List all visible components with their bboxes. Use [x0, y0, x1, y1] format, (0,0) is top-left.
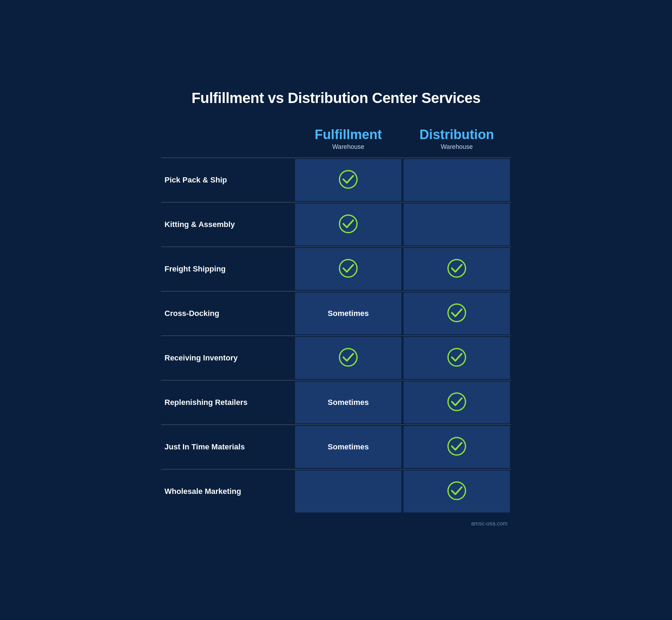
check-icon	[338, 259, 358, 280]
table-row: Kitting & Assembly	[161, 202, 511, 247]
row-label: Cross-Docking	[161, 291, 294, 336]
check-icon	[338, 347, 358, 368]
table-row: Pick Pack & Ship	[161, 158, 511, 202]
main-container: Fulfillment vs Distribution Center Servi…	[140, 72, 532, 548]
table-row: Replenishing RetailersSometimes	[161, 380, 511, 425]
fulfillment-cell	[295, 337, 401, 379]
page-title: Fulfillment vs Distribution Center Servi…	[161, 90, 511, 106]
row-label: Kitting & Assembly	[161, 202, 294, 247]
distribution-cell	[404, 204, 510, 246]
distribution-col-title: Distribution	[410, 128, 504, 142]
distribution-col-subtitle: Warehouse	[410, 143, 504, 151]
fulfillment-cell: Sometimes	[295, 381, 401, 423]
svg-point-7	[448, 393, 465, 411]
table-header: Fulfillment Warehouse Distribution Wareh…	[161, 124, 511, 158]
distribution-cell	[404, 381, 510, 423]
table-row: Freight Shipping	[161, 247, 511, 291]
table-row: Just In Time MaterialsSometimes	[161, 425, 511, 469]
comparison-table: Fulfillment Warehouse Distribution Wareh…	[161, 124, 511, 514]
distribution-cell	[404, 337, 510, 379]
distribution-cell	[404, 426, 510, 468]
check-icon	[338, 170, 358, 191]
table-body: Pick Pack & ShipKitting & AssemblyFreigh…	[161, 158, 511, 514]
svg-point-5	[340, 349, 357, 366]
fulfillment-cell	[295, 470, 401, 512]
sometimes-label: Sometimes	[328, 398, 369, 407]
svg-point-4	[448, 304, 465, 322]
svg-point-3	[448, 260, 465, 277]
table-row: Wholesale Marketing	[161, 469, 511, 514]
sometimes-label: Sometimes	[328, 309, 369, 318]
check-icon	[447, 259, 467, 280]
svg-point-0	[340, 171, 357, 188]
distribution-cell	[404, 248, 510, 290]
distribution-cell	[404, 292, 510, 335]
svg-point-9	[448, 482, 465, 500]
distribution-cell	[404, 470, 510, 512]
svg-point-2	[340, 260, 357, 277]
table-row: Cross-DockingSometimes	[161, 291, 511, 336]
check-icon	[447, 347, 467, 368]
fulfillment-cell	[295, 248, 401, 290]
row-label: Pick Pack & Ship	[161, 158, 294, 202]
svg-point-8	[448, 438, 465, 455]
fulfillment-cell	[295, 204, 401, 246]
fulfillment-cell: Sometimes	[295, 292, 401, 335]
table-row: Receiving Inventory	[161, 336, 511, 380]
svg-point-1	[340, 215, 357, 233]
check-icon	[447, 436, 467, 457]
row-label: Just In Time Materials	[161, 425, 294, 469]
distribution-cell	[404, 159, 510, 201]
check-icon	[447, 481, 467, 502]
row-label: Wholesale Marketing	[161, 469, 294, 514]
fulfillment-cell	[295, 159, 401, 201]
row-label: Receiving Inventory	[161, 336, 294, 380]
row-label: Freight Shipping	[161, 247, 294, 291]
check-icon	[338, 214, 358, 235]
fulfillment-header: Fulfillment Warehouse	[294, 124, 402, 158]
watermark: amsc-usa.com	[161, 521, 511, 527]
check-icon	[447, 392, 467, 413]
svg-point-6	[448, 349, 465, 366]
fulfillment-col-subtitle: Warehouse	[301, 143, 396, 151]
fulfillment-col-title: Fulfillment	[301, 128, 396, 142]
header-empty-col	[161, 124, 294, 158]
fulfillment-cell: Sometimes	[295, 426, 401, 468]
distribution-header: Distribution Warehouse	[402, 124, 511, 158]
row-label: Replenishing Retailers	[161, 380, 294, 425]
check-icon	[447, 303, 467, 324]
sometimes-label: Sometimes	[328, 442, 369, 452]
